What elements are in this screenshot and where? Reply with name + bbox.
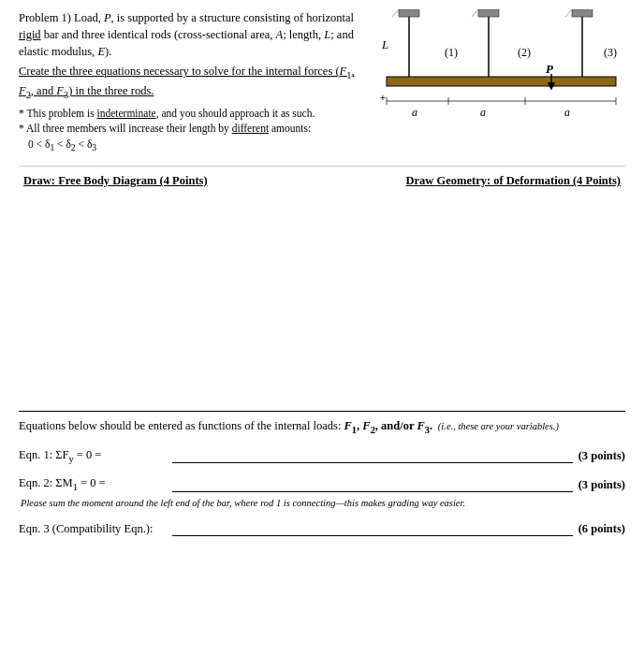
equation-2-block: Eqn. 2: ΣM1 = 0 = (3 points) Please sum … — [19, 476, 625, 508]
svg-text:+: + — [380, 93, 386, 103]
problem-container: Problem 1) Load, P, is supported by a st… — [19, 9, 625, 154]
problem-note1: * This problem is indeterminate, and you… — [19, 106, 363, 122]
equation-2-row: Eqn. 2: ΣM1 = 0 = (3 points) — [19, 476, 625, 492]
divider-line — [19, 166, 625, 167]
svg-text:a: a — [480, 106, 486, 119]
svg-text:(2): (2) — [518, 46, 531, 59]
equations-intro: Equations below should be entered as fun… — [19, 419, 625, 435]
geometry-header: Draw Geometry: of Deformation (4 Points) — [406, 174, 621, 188]
problem-text: Problem 1) Load, P, is supported by a st… — [19, 9, 363, 154]
svg-rect-22 — [387, 77, 616, 86]
svg-text:L: L — [381, 37, 388, 51]
equation-3-block: Eqn. 3 (Compatibility Eqn.): (6 points) — [19, 521, 625, 536]
equation-2-line[interactable] — [172, 477, 573, 492]
svg-text:a: a — [412, 106, 417, 119]
problem-line1: Problem 1) Load, P, is supported by a st… — [19, 9, 363, 60]
equation-1-row: Eqn. 1: ΣFy = 0 = (3 points) — [19, 448, 625, 464]
diagram-svg: L (1) (2) (3) P a — [373, 9, 625, 131]
svg-line-11 — [565, 9, 572, 17]
section-headers: Draw: Free Body Diagram (4 Points) Draw … — [19, 174, 625, 188]
drawing-area — [19, 196, 625, 401]
equation-1-label: Eqn. 1: ΣFy = 0 = — [19, 448, 168, 464]
problem-note2: * All three members will increase their … — [19, 121, 363, 137]
equation-3-line[interactable] — [172, 521, 573, 536]
equation-2-note: Please sum the moment around the left en… — [21, 498, 625, 508]
equation-1-line[interactable] — [172, 448, 573, 463]
svg-text:(1): (1) — [445, 46, 458, 59]
structural-diagram: L (1) (2) (3) P a — [373, 9, 625, 154]
equation-3-label: Eqn. 3 (Compatibility Eqn.): — [19, 522, 168, 536]
equation-2-label: Eqn. 2: ΣM1 = 0 = — [19, 476, 168, 492]
equation-3-row: Eqn. 3 (Compatibility Eqn.): (6 points) — [19, 521, 625, 536]
equations-note: (i.e., these are your variables.) — [435, 421, 559, 431]
equations-section: Equations below should be entered as fun… — [19, 411, 625, 536]
equation-1-points: (3 points) — [578, 449, 625, 463]
fbd-header: Draw: Free Body Diagram (4 Points) — [23, 174, 208, 188]
equation-1-block: Eqn. 1: ΣFy = 0 = (3 points) — [19, 448, 625, 464]
svg-text:(3): (3) — [604, 46, 617, 59]
svg-text:P: P — [546, 62, 554, 76]
problem-line2: Create the three equations necessary to … — [19, 63, 363, 101]
svg-text:a: a — [564, 106, 570, 119]
equation-2-points: (3 points) — [578, 478, 625, 492]
problem-note3: 0 < δ1 < δ2 < δ3 — [28, 137, 363, 154]
svg-line-1 — [392, 9, 399, 17]
equation-3-points: (6 points) — [578, 522, 625, 536]
svg-line-6 — [472, 9, 478, 17]
